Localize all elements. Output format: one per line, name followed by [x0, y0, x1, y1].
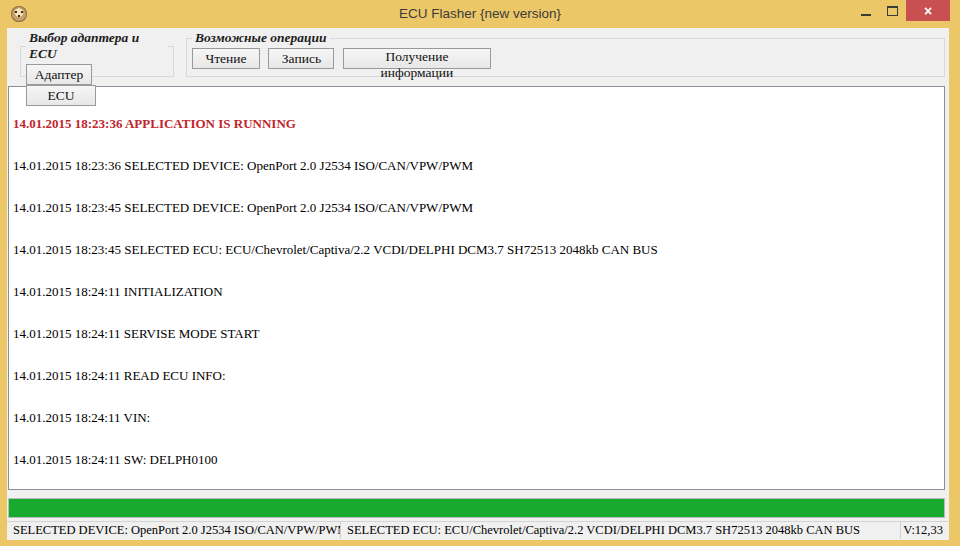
status-bar: SELECTED DEVICE: OpenPort 2.0 J2534 ISO/…: [7, 521, 949, 539]
group-adapter-selection: Выбор адаптера и ECU Адаптер ECU: [20, 30, 174, 77]
maximize-button[interactable]: [879, 0, 906, 21]
progress-bar: [8, 498, 945, 518]
log-line: 14.01.2015 18:24:11 SERVISE MODE START: [13, 327, 940, 341]
close-icon: ×: [924, 3, 932, 19]
status-selected-device: SELECTED DEVICE: OpenPort 2.0 J2534 ISO/…: [7, 522, 340, 539]
log-line: 14.01.2015 18:24:11 SW: DELPH0100: [13, 453, 940, 467]
app-window: ECU Flasher {new version} × Выбор адапте…: [0, 0, 960, 546]
read-button[interactable]: Чтение: [192, 48, 260, 69]
status-selected-ecu: SELECTED ECU: ECU/Chevrolet/Captiva/2.2 …: [340, 522, 900, 539]
group-adapter-label: Выбор адаптера и ECU: [26, 30, 168, 62]
write-button[interactable]: Запись: [268, 48, 334, 69]
client-area: Выбор адаптера и ECU Адаптер ECU Возможн…: [7, 28, 949, 540]
log-line: 14.01.2015 18:23:45 SELECTED ECU: ECU/Ch…: [13, 243, 940, 257]
group-operations: Возможные операции Чтение Запись Получен…: [186, 30, 945, 77]
adapter-button[interactable]: Адаптер: [26, 64, 92, 85]
log-line: 14.01.2015 18:24:11 VIN:: [13, 411, 940, 425]
status-voltage: V:12,33: [900, 522, 949, 539]
minimize-icon: [861, 14, 871, 16]
log-line: 14.01.2015 18:23:36 SELECTED DEVICE: Ope…: [13, 159, 940, 173]
progress-fill: [9, 499, 944, 517]
ecu-button[interactable]: ECU: [26, 85, 96, 106]
log-line: 14.01.2015 18:24:11 READ ECU INFO:: [13, 369, 940, 383]
toolbar: Выбор адаптера и ECU Адаптер ECU Возможн…: [7, 28, 949, 86]
titlebar[interactable]: ECU Flasher {new version} ×: [0, 0, 960, 28]
maximize-icon: [887, 6, 898, 16]
log-line: 14.01.2015 18:23:45 SELECTED DEVICE: Ope…: [13, 201, 940, 215]
minimize-button[interactable]: [852, 0, 879, 21]
group-operations-label: Возможные операции: [192, 30, 330, 46]
window-title: ECU Flasher {new version}: [0, 0, 960, 28]
get-info-button[interactable]: Получение информации: [343, 48, 491, 69]
log-line: 14.01.2015 18:24:11 INITIALIZATION: [13, 285, 940, 299]
log-textbox[interactable]: 14.01.2015 18:23:36 APPLICATION IS RUNNI…: [8, 86, 945, 490]
window-controls: ×: [852, 0, 950, 21]
close-button[interactable]: ×: [906, 0, 950, 21]
log-line: 14.01.2015 18:23:36 APPLICATION IS RUNNI…: [13, 117, 940, 131]
